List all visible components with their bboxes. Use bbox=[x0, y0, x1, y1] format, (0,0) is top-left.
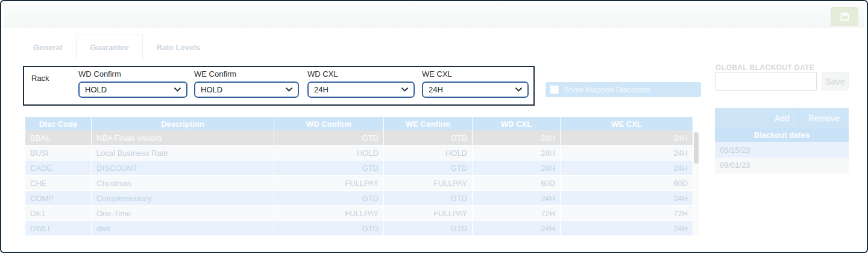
floppy-disk-icon bbox=[840, 11, 850, 22]
blackout-actions-bar: Add Remove bbox=[715, 108, 849, 128]
column-header-we-confirm: WE Confirm bbox=[384, 117, 473, 130]
we-confirm-label: WE Confirm bbox=[194, 69, 299, 78]
we-confirm-value: HOLD bbox=[201, 85, 222, 94]
field-wd-confirm: WD Confirm HOLD bbox=[78, 69, 187, 98]
we-cxl-label: WE CXL bbox=[422, 69, 529, 78]
column-header-wd-cxl: WD CXL bbox=[473, 117, 561, 130]
we-cxl-value: 24H bbox=[429, 85, 443, 94]
cell-we-cxl: 72H bbox=[561, 206, 693, 221]
cell-disc-code: BBAL bbox=[25, 130, 92, 146]
cell-description: One-Time bbox=[92, 206, 274, 221]
table-row[interactable]: DE1One-TimeFULLPAYFULLPAY72H72H bbox=[25, 206, 693, 221]
cell-wd-confirm: GTD bbox=[274, 191, 384, 206]
save-button[interactable] bbox=[831, 7, 858, 26]
cell-wd-confirm: FULLPAY bbox=[274, 176, 384, 191]
cell-wd-cxl: 24H bbox=[473, 161, 561, 176]
blackout-date-item[interactable]: 09/01/23 bbox=[715, 158, 849, 173]
chevron-down-icon bbox=[401, 88, 408, 92]
discount-table: Disc Code Description WD Confirm WE Conf… bbox=[25, 117, 693, 236]
rack-panel: Rack WD Confirm HOLD WE Confirm HOLD WD … bbox=[23, 66, 535, 106]
we-cxl-select[interactable]: 24H bbox=[422, 82, 529, 98]
show-mapped-discounts-toggle[interactable]: Show Mapped Discounts bbox=[546, 82, 701, 97]
we-confirm-select[interactable]: HOLD bbox=[194, 82, 299, 98]
cell-disc-code: DWLI bbox=[25, 221, 92, 236]
blackout-save-button[interactable]: Save bbox=[822, 72, 849, 91]
cell-disc-code: CADE bbox=[25, 161, 92, 176]
tab-general[interactable]: General bbox=[19, 34, 76, 60]
blackout-date-item[interactable]: 05/15/23 bbox=[715, 142, 849, 158]
cell-wd-confirm: FULLPAY bbox=[274, 206, 384, 221]
table-scrollbar[interactable] bbox=[693, 130, 699, 237]
cell-we-confirm: HOLD bbox=[384, 146, 473, 161]
cell-wd-cxl: 24H bbox=[473, 146, 561, 161]
cell-disc-code: CHE bbox=[25, 176, 92, 191]
field-wd-cxl: WD CXL 24H bbox=[307, 69, 415, 98]
cell-we-confirm: GTD bbox=[384, 130, 473, 146]
field-we-cxl: WE CXL 24H bbox=[422, 69, 529, 98]
table-row[interactable]: COMPComplementaryGTDGTD24H24H bbox=[25, 191, 693, 206]
cell-wd-confirm: HOLD bbox=[274, 146, 384, 161]
remove-button[interactable]: Remove bbox=[799, 108, 849, 128]
field-we-confirm: WE Confirm HOLD bbox=[194, 69, 299, 98]
show-mapped-discounts-checkbox[interactable] bbox=[550, 85, 559, 94]
top-header-bar bbox=[4, 3, 864, 28]
cell-wd-cxl: 72H bbox=[473, 206, 561, 221]
discount-table-body: BBALNBA Finals visitorsGTDGTD24H24HBUSIL… bbox=[25, 130, 693, 236]
table-row[interactable]: BBALNBA Finals visitorsGTDGTD24H24H bbox=[25, 130, 693, 146]
discount-table-header: Disc Code Description WD Confirm WE Conf… bbox=[25, 117, 693, 130]
add-button[interactable]: Add bbox=[766, 108, 799, 128]
blackout-dates-header: Blackout dates bbox=[715, 128, 849, 142]
cell-wd-confirm: GTD bbox=[274, 161, 384, 176]
cell-we-confirm: GTD bbox=[384, 191, 473, 206]
cell-wd-confirm: GTD bbox=[274, 130, 384, 146]
table-row[interactable]: BUSILocal Business RateHOLDHOLD24H24H bbox=[25, 146, 693, 161]
cell-description: Local Business Rate bbox=[92, 146, 274, 161]
cell-description: dwli bbox=[92, 221, 274, 236]
chevron-down-icon bbox=[286, 88, 292, 92]
table-row[interactable]: CHEChristmasFULLPAYFULLPAY60D60D bbox=[25, 176, 693, 191]
chevron-down-icon bbox=[515, 88, 522, 92]
cell-we-cxl: 24H bbox=[561, 191, 693, 206]
cell-disc-code: COMP bbox=[25, 191, 92, 206]
cell-wd-cxl: 60D bbox=[473, 176, 561, 191]
column-header-description: Description bbox=[92, 117, 274, 130]
wd-cxl-label: WD CXL bbox=[307, 69, 415, 78]
cell-description: DISCOUNT bbox=[92, 161, 274, 176]
wd-confirm-label: WD Confirm bbox=[78, 69, 187, 78]
cell-description: NBA Finals visitors bbox=[92, 130, 274, 146]
cell-we-cxl: 24H bbox=[561, 146, 693, 161]
table-row[interactable]: DWLIdwliGTDGTD24H24H bbox=[25, 221, 693, 236]
cell-we-cxl: 24H bbox=[561, 221, 693, 236]
cell-we-cxl: 60D bbox=[561, 176, 693, 191]
cell-we-confirm: GTD bbox=[384, 161, 473, 176]
column-header-disc-code: Disc Code bbox=[25, 117, 92, 130]
tab-bar: General Guarantee Rate Levels bbox=[19, 34, 214, 60]
blackout-dates-list: 05/15/2309/01/23 bbox=[715, 142, 849, 173]
cell-we-confirm: GTD bbox=[384, 221, 473, 236]
tab-guarantee[interactable]: Guarantee bbox=[76, 34, 142, 60]
global-blackout-date-label: GLOBAL BLACKOUT DATE bbox=[715, 63, 814, 72]
tab-rate-levels[interactable]: Rate Levels bbox=[143, 34, 214, 60]
cell-wd-cxl: 24H bbox=[473, 130, 561, 146]
cell-we-confirm: FULLPAY bbox=[384, 206, 473, 221]
column-header-we-cxl: WE CXL bbox=[561, 117, 693, 130]
table-scrollbar-thumb[interactable] bbox=[694, 132, 699, 164]
wd-cxl-value: 24H bbox=[314, 85, 329, 94]
wd-confirm-value: HOLD bbox=[85, 85, 107, 94]
cell-we-confirm: FULLPAY bbox=[384, 176, 473, 191]
chevron-down-icon bbox=[174, 88, 181, 92]
cell-description: Complementary bbox=[92, 191, 274, 206]
rack-row-label: Rack bbox=[31, 74, 49, 83]
global-blackout-date-input[interactable] bbox=[715, 72, 817, 91]
show-mapped-discounts-label: Show Mapped Discounts bbox=[564, 85, 650, 94]
wd-cxl-select[interactable]: 24H bbox=[307, 82, 415, 98]
guarantee-settings-page: General Guarantee Rate Levels Rack WD Co… bbox=[0, 0, 868, 253]
cell-disc-code: BUSI bbox=[25, 146, 92, 161]
column-header-wd-confirm: WD Confirm bbox=[274, 117, 384, 130]
cell-wd-cxl: 24H bbox=[473, 221, 561, 236]
cell-we-cxl: 24H bbox=[561, 130, 693, 146]
cell-disc-code: DE1 bbox=[25, 206, 92, 221]
table-row[interactable]: CADEDISCOUNTGTDGTD24H24H bbox=[25, 161, 693, 176]
wd-confirm-select[interactable]: HOLD bbox=[78, 82, 187, 98]
cell-we-cxl: 24H bbox=[561, 161, 693, 176]
